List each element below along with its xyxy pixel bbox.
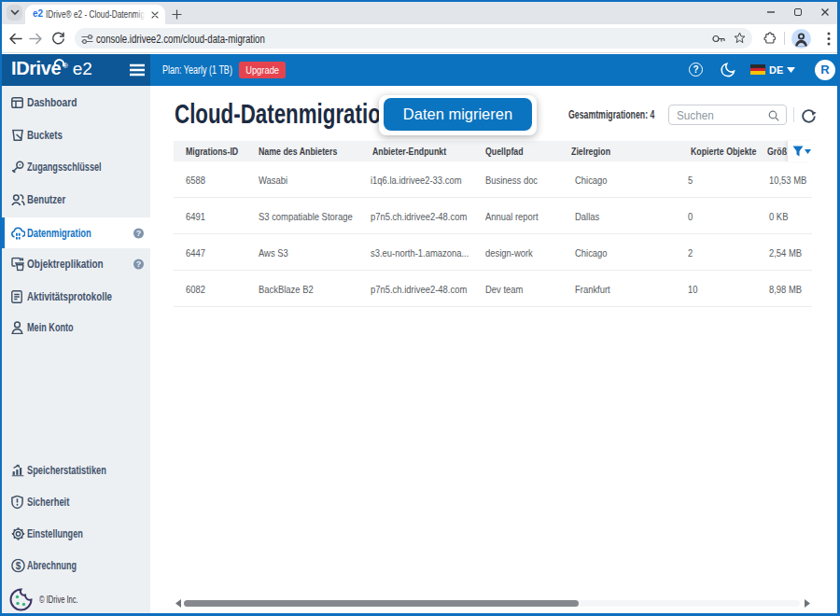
svg-text:$: $: [16, 561, 21, 571]
